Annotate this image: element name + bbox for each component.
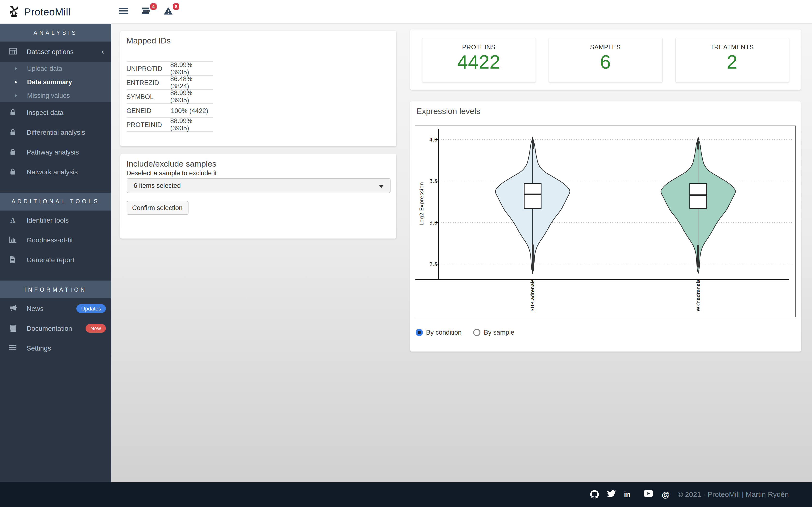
caret-down-icon (379, 185, 384, 187)
lock-icon (9, 128, 17, 136)
radio-by-condition[interactable] (415, 329, 423, 336)
y-tick-label: 2.5 (422, 261, 438, 267)
sidebar: ANALYSIS Dataset options ‹ Upload data D… (0, 24, 111, 483)
svg-text:A: A (10, 216, 15, 224)
proteomill-app: ProteoMill 4 (0, 0, 812, 507)
caret-right-icon (15, 80, 17, 83)
sidebar-item-differential-analysis[interactable]: Differential analysis (0, 122, 111, 142)
y-axis-label: Log2 Expression (418, 175, 424, 233)
font-a-icon: A (9, 216, 17, 224)
violin-plot-panel: 4.0 3.5 3.0 2.5 Log2 Expression SHR.adre… (415, 125, 796, 317)
brand-name: ProteoMill (24, 6, 71, 18)
table-row: GENEID 100% (4422) (126, 103, 212, 117)
table-row: UNIPROTID 88.99% (3935) (126, 61, 212, 75)
mapped-ids-title: Mapped IDs (126, 36, 170, 46)
lock-icon (9, 108, 17, 116)
confirm-selection-button[interactable]: Confirm selection (126, 201, 188, 215)
sidebar-subitem-data-summary[interactable]: Data summary (0, 75, 111, 89)
alerts-menu-button[interactable]: 8 (157, 0, 179, 24)
sidebar-item-news[interactable]: News Updates (0, 298, 111, 318)
sidebar-item-pathway-analysis[interactable]: Pathway analysis (0, 142, 111, 162)
x-category-label: SHR.adrenals (530, 282, 536, 312)
mapped-ids-card: Mapped IDs UNIPROTID 88.99% (3935) ENTRE… (120, 31, 396, 146)
table-row: SYMBOL 88.99% (3935) (126, 89, 212, 103)
github-icon[interactable] (590, 490, 599, 501)
table-icon (9, 48, 17, 56)
caret-right-icon (15, 67, 17, 70)
book-icon (9, 324, 17, 332)
sidebar-toggle-button[interactable] (112, 0, 134, 24)
sidebar-section-information: INFORMATION (0, 281, 111, 298)
plot-grouping-radios: By condition By sample (415, 329, 526, 336)
expression-title: Expression levels (416, 107, 480, 116)
bar-chart-icon (9, 236, 17, 244)
copyright-text: © 2021 · ProteoMill | Martin Rydén (678, 490, 789, 498)
expression-levels-card: Expression levels 4.0 3.5 3.0 2.5 Log2 E… (410, 101, 801, 351)
updates-badge: Updates (77, 304, 106, 313)
lock-icon (9, 148, 17, 156)
sidebar-item-dataset-options[interactable]: Dataset options ‹ (0, 42, 111, 62)
y-tick-label: 4.0 (422, 136, 438, 142)
hamburger-icon (119, 7, 128, 16)
dataset-options-submenu: Upload data Data summary Missing values (0, 62, 111, 102)
proteins-count: 4422 (422, 51, 535, 72)
stats-summary-card: PROTEINS 4422 SAMPLES 6 TREATMENTS 2 (410, 30, 801, 90)
sidebar-subitem-missing-values[interactable]: Missing values (0, 89, 111, 102)
x-category-label: WKY.adrenals (695, 282, 701, 312)
sidebar-item-network-analysis[interactable]: Network analysis (0, 162, 111, 181)
sidebar-item-inspect-data[interactable]: Inspect data (0, 102, 111, 122)
samples-select-label: Deselect a sample to exclude it (126, 169, 217, 176)
samples-stat-card: SAMPLES 6 (548, 38, 662, 82)
collapse-chevron-icon: ‹ (101, 48, 104, 55)
sidebar-item-documentation[interactable]: Documentation New (0, 318, 111, 338)
new-badge: New (86, 324, 106, 332)
alerts-count-badge: 8 (173, 3, 179, 10)
sidebar-section-analysis: ANALYSIS (0, 24, 111, 42)
twitter-icon[interactable] (607, 490, 616, 500)
caret-right-icon (15, 94, 17, 97)
windmill-logo-icon (8, 5, 20, 19)
youtube-icon[interactable] (644, 490, 653, 499)
megaphone-icon (9, 304, 17, 312)
footer: in @ © 2021 · ProteoMill | Martin Rydén (0, 483, 812, 507)
at-email-icon[interactable]: @ (662, 490, 670, 500)
top-navbar: ProteoMill 4 (0, 0, 812, 24)
sidebar-item-identifier-tools[interactable]: A Identifier tools (0, 210, 111, 230)
tasks-list-icon (141, 7, 150, 16)
sidebar-subitem-upload-data[interactable]: Upload data (0, 62, 111, 75)
sliders-icon (9, 344, 17, 352)
file-report-icon (9, 256, 17, 264)
sidebar-item-goodness-of-fit[interactable]: Goodness-of-fit (0, 230, 111, 250)
violin-plot-svg (415, 126, 796, 318)
samples-multiselect[interactable]: 6 items selected (126, 178, 390, 193)
tasks-menu-button[interactable]: 4 (134, 0, 157, 24)
include-exclude-samples-card: Include/exclude samples Deselect a sampl… (120, 154, 396, 238)
radio-by-condition-label[interactable]: By condition (426, 329, 462, 336)
sidebar-item-generate-report[interactable]: Generate report (0, 250, 111, 270)
tasks-count-badge: 4 (150, 3, 157, 10)
treatments-stat-card: TREATMENTS 2 (675, 38, 789, 82)
table-row: ENTREZID 86.48% (3824) (126, 75, 212, 89)
samples-card-title: Include/exclude samples (126, 159, 216, 169)
main-content: Mapped IDs UNIPROTID 88.99% (3935) ENTRE… (111, 24, 812, 483)
brand[interactable]: ProteoMill (8, 5, 71, 19)
sidebar-section-additional-tools: ADDITIONAL TOOLS (0, 192, 111, 210)
table-row: PROTEINID 88.99% (3935) (126, 117, 212, 131)
radio-by-sample-label[interactable]: By sample (484, 329, 514, 336)
warning-triangle-icon (163, 7, 173, 17)
linkedin-icon[interactable]: in (624, 490, 630, 498)
treatments-count: 2 (675, 51, 789, 72)
samples-count: 6 (549, 51, 662, 72)
mapped-ids-table: UNIPROTID 88.99% (3935) ENTREZID 86.48% … (126, 61, 212, 132)
lock-icon (9, 168, 17, 175)
radio-by-sample[interactable] (473, 329, 480, 336)
proteins-stat-card: PROTEINS 4422 (422, 38, 536, 82)
sidebar-item-settings[interactable]: Settings (0, 338, 111, 358)
